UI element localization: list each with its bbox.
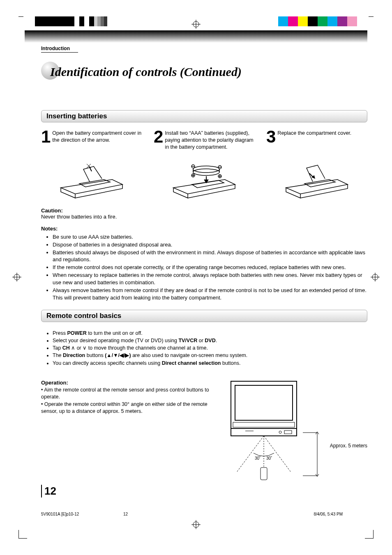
battery-diagram-2 xyxy=(154,159,255,200)
footer-datetime: 8/4/06, 5:43 PM xyxy=(314,512,343,516)
registration-mark-top-icon xyxy=(191,20,201,30)
color-bar-left xyxy=(35,16,107,26)
svg-line-26 xyxy=(264,436,291,472)
battery-diagram-1 xyxy=(41,159,142,200)
battery-diagram-3 xyxy=(266,159,367,200)
note-item: When necessary to replace batteries in t… xyxy=(53,272,367,286)
step-number-3: 3 xyxy=(266,130,276,144)
svg-rect-28 xyxy=(261,467,267,480)
header-gradient xyxy=(25,30,367,43)
page-title: Identification of controls (Continued) xyxy=(50,65,242,79)
note-item: Always remove batteries from remote cont… xyxy=(53,287,367,302)
registration-mark-left-icon xyxy=(12,272,21,283)
step-2: 2 Install two “AAA” batteries (supplied)… xyxy=(154,130,255,151)
svg-rect-21 xyxy=(231,428,297,436)
down-chevron-icon: ∨ xyxy=(83,345,88,351)
range-diagram: 30˚ 30˚ Approx. 5 meters xyxy=(223,379,367,483)
svg-point-23 xyxy=(279,431,281,433)
note-item: Dispose of batteries in a designated dis… xyxy=(53,241,367,249)
svg-line-25 xyxy=(237,436,264,472)
caution-text: Never throw batteries into a fire. xyxy=(41,214,117,220)
section-heading-remote-basics: Remote control basics xyxy=(41,310,367,322)
basics-item: Tap CH ∧ or ∨ to move through the channe… xyxy=(53,344,367,352)
step-text-2: Install two “AAA” batteries (supplied), … xyxy=(165,130,255,151)
note-item: Batteries should always be disposed of w… xyxy=(53,249,367,264)
basics-list: Press POWER to turn the unit on or off. … xyxy=(41,329,367,367)
registration-mark-bottom-icon xyxy=(191,520,201,530)
step-text-1: Open the battery compartment cover in th… xyxy=(52,130,142,144)
svg-rect-18 xyxy=(231,381,297,428)
direction-arrows-icon: (▲/▼/◀/▶) xyxy=(105,352,131,358)
basics-item: Select your desired operating mode (TV o… xyxy=(53,337,367,344)
notes-label: Notes: xyxy=(41,226,58,232)
angle-left-label: 30˚ xyxy=(255,456,261,461)
registration-mark-right-icon xyxy=(371,272,380,283)
up-chevron-icon: ∧ xyxy=(71,345,76,351)
footer-file: 5V90101A [E]p10-12 xyxy=(41,512,79,516)
svg-point-12 xyxy=(193,166,219,173)
operation-text-1: • Aim the remote control at the remote s… xyxy=(41,387,214,401)
svg-rect-24 xyxy=(284,431,292,434)
angle-right-label: 30˚ xyxy=(266,456,272,461)
step-1: 1 Open the battery compartment cover in … xyxy=(41,130,142,151)
chapter-label: Introduction xyxy=(41,46,78,53)
caution-label: Caution: xyxy=(41,207,63,214)
page-number: 12 xyxy=(41,485,56,497)
operation-label: Operation: xyxy=(41,379,214,387)
svg-rect-20 xyxy=(233,422,295,427)
step-text-3: Replace the compartment cover. xyxy=(277,130,351,137)
basics-item: You can directly access specific channel… xyxy=(53,359,367,367)
svg-rect-19 xyxy=(235,385,293,420)
svg-point-13 xyxy=(193,169,219,175)
note-item: Be sure to use AAA size batteries. xyxy=(53,233,367,241)
color-bar-right xyxy=(278,16,357,26)
range-label: Approx. 5 meters xyxy=(330,443,367,449)
basics-item: The Direction buttons (▲/▼/◀/▶) are also… xyxy=(53,352,367,359)
section-heading-inserting-batteries: Inserting batteries xyxy=(41,110,367,122)
note-item: If the remote control does not operate c… xyxy=(53,264,367,271)
notes-list: Be sure to use AAA size batteries. Dispo… xyxy=(41,233,367,302)
step-3: 3 Replace the compartment cover. xyxy=(266,130,367,151)
footer-page-sub: 12 xyxy=(123,512,128,516)
step-number-2: 2 xyxy=(154,130,163,144)
basics-item: Press POWER to turn the unit on or off. xyxy=(53,329,367,337)
step-number-1: 1 xyxy=(41,130,51,144)
operation-text-2: • Operate the remote control within 30° … xyxy=(41,401,214,415)
